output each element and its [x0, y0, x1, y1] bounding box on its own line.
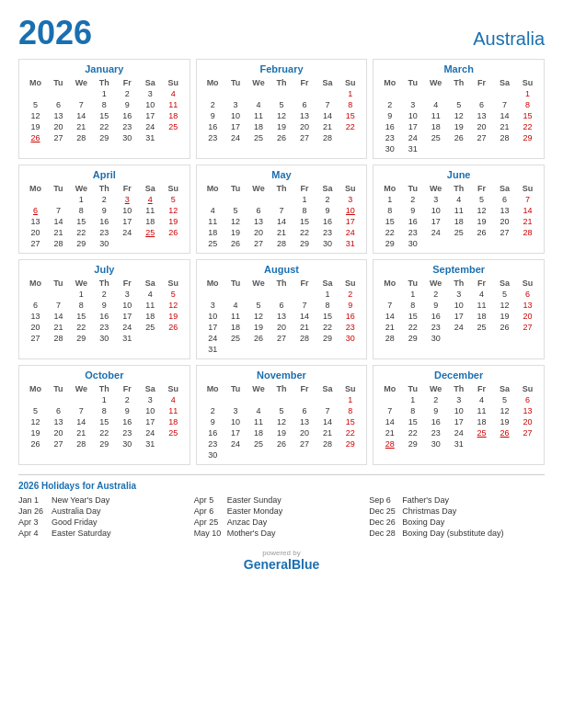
day-header: Th — [270, 383, 293, 394]
day-cell: 11 — [224, 311, 247, 322]
day-cell: 30 — [116, 438, 139, 449]
day-cell: 15 — [339, 416, 362, 427]
holiday-name: Easter Monday — [227, 506, 283, 516]
day-cell: 26 — [447, 132, 470, 143]
day-cell: 25 — [247, 132, 270, 143]
day-cell: 16 — [424, 311, 447, 322]
holiday-date: May 10 — [194, 529, 224, 538]
day-cell: 15 — [339, 110, 362, 121]
day-cell: 12 — [270, 110, 293, 121]
day-header: We — [70, 77, 93, 88]
day-cell: 18 — [162, 416, 185, 427]
day-cell — [493, 88, 516, 99]
holidays-col-1: Jan 1New Year's DayJan 26Australia DayAp… — [18, 495, 194, 540]
page: 2026 Australia JanuaryMoTuWeThFrSaSu1234… — [0, 0, 563, 728]
day-cell: 11 — [247, 110, 270, 121]
day-header: Sa — [493, 383, 516, 394]
month-table: MoTuWeThFrSaSu12345678910111213141516171… — [201, 278, 362, 355]
day-cell: 10 — [424, 205, 447, 216]
month-title: September — [378, 264, 539, 275]
day-cell: 8 — [378, 205, 401, 216]
day-cell: 22 — [401, 427, 424, 438]
day-cell: 7 — [293, 300, 316, 311]
month-table: MoTuWeThFrSaSu12345678910111213141516171… — [201, 77, 362, 143]
day-cell: 27 — [24, 238, 47, 249]
day-cell: 29 — [293, 238, 316, 249]
day-cell: 9 — [93, 205, 116, 216]
day-cell: 21 — [47, 227, 70, 238]
day-cell — [224, 449, 247, 461]
day-cell: 18 — [139, 311, 162, 322]
day-cell: 22 — [93, 427, 116, 438]
day-header: We — [424, 383, 447, 394]
day-cell: 6 — [516, 394, 539, 405]
day-cell — [447, 238, 470, 249]
day-cell: 14 — [70, 416, 93, 427]
day-cell: 30 — [424, 438, 447, 449]
month-table: MoTuWeThFrSaSu12345678910111213141516171… — [378, 183, 539, 249]
day-header: Th — [270, 183, 293, 194]
year-label: 2026 — [18, 17, 92, 50]
day-cell — [224, 289, 247, 300]
day-cell: 15 — [293, 216, 316, 227]
day-cell — [378, 88, 401, 99]
day-cell: 19 — [224, 227, 247, 238]
day-cell — [116, 238, 139, 249]
day-cell — [47, 88, 70, 99]
day-cell: 22 — [339, 427, 362, 438]
day-cell: 29 — [316, 333, 339, 344]
day-cell: 30 — [201, 449, 224, 461]
day-cell: 4 — [201, 205, 224, 216]
day-cell: 7 — [70, 99, 93, 110]
day-header: Su — [516, 278, 539, 289]
day-header: Tu — [224, 278, 247, 289]
holiday-date: Dec 28 — [369, 529, 398, 538]
day-cell: 7 — [516, 194, 539, 205]
holiday-date: Dec 25 — [369, 506, 398, 516]
day-header: Tu — [401, 183, 424, 194]
day-header: Su — [516, 383, 539, 394]
day-cell: 27 — [470, 132, 493, 143]
day-cell: 3 — [224, 99, 247, 110]
day-cell: 23 — [316, 227, 339, 238]
day-cell: 17 — [424, 216, 447, 227]
holiday-date: Sep 6 — [369, 495, 398, 505]
day-cell: 20 — [293, 121, 316, 132]
day-cell: 11 — [470, 405, 493, 416]
day-cell: 5 — [447, 99, 470, 110]
day-cell: 6 — [24, 300, 47, 311]
day-cell: 6 — [293, 99, 316, 110]
day-cell: 12 — [162, 205, 185, 216]
day-cell: 16 — [93, 311, 116, 322]
day-cell — [162, 438, 185, 449]
day-cell: 4 — [470, 394, 493, 405]
day-cell: 30 — [378, 143, 401, 154]
day-cell: 6 — [247, 205, 270, 216]
day-cell: 19 — [162, 311, 185, 322]
day-cell: 12 — [270, 416, 293, 427]
day-cell: 24 — [139, 427, 162, 438]
holiday-name: Father's Day — [402, 495, 449, 505]
month-table: MoTuWeThFrSaSu12345678910111213141516171… — [378, 383, 539, 449]
day-cell: 11 — [447, 205, 470, 216]
day-cell — [247, 194, 270, 205]
day-cell: 5 — [24, 99, 47, 110]
day-cell: 9 — [116, 99, 139, 110]
day-header: Su — [516, 77, 539, 88]
day-cell — [470, 438, 493, 449]
month-title: May — [201, 169, 362, 180]
day-cell: 28 — [293, 333, 316, 344]
day-cell: 9 — [93, 300, 116, 311]
footer-brand: GeneralBlue — [18, 557, 545, 572]
day-cell: 17 — [401, 121, 424, 132]
day-header: Su — [162, 278, 185, 289]
holiday-date: Apr 5 — [194, 495, 224, 505]
day-cell — [447, 333, 470, 344]
month-table: MoTuWeThFrSaSu12345678910111213141516171… — [378, 278, 539, 344]
day-cell: 29 — [70, 238, 93, 249]
day-cell: 15 — [70, 311, 93, 322]
day-cell: 22 — [93, 121, 116, 132]
day-header: Mo — [201, 183, 224, 194]
day-cell — [493, 438, 516, 449]
brand-general: General — [244, 557, 292, 572]
